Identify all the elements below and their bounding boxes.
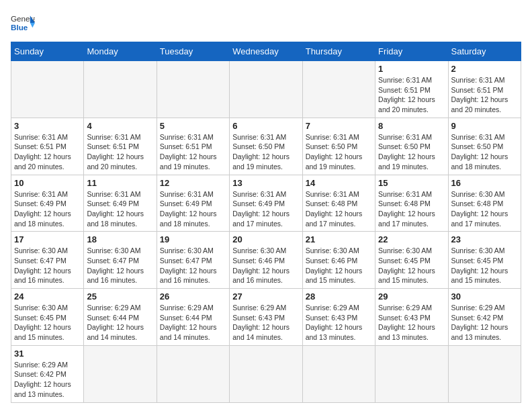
header: General Blue <box>11 11 521 35</box>
day-number: 22 <box>378 234 445 244</box>
day-info: Sunrise: 6:31 AM Sunset: 6:51 PM Dayligh… <box>378 75 445 115</box>
day-info: Sunrise: 6:30 AM Sunset: 6:46 PM Dayligh… <box>306 246 372 285</box>
day-info: Sunrise: 6:29 AM Sunset: 6:42 PM Dayligh… <box>14 360 81 400</box>
day-number: 7 <box>306 121 372 131</box>
day-info: Sunrise: 6:30 AM Sunset: 6:45 PM Dayligh… <box>14 303 81 342</box>
day-info: Sunrise: 6:31 AM Sunset: 6:51 PM Dayligh… <box>451 75 518 115</box>
day-info: Sunrise: 6:31 AM Sunset: 6:50 PM Dayligh… <box>306 132 372 172</box>
day-number: 6 <box>232 121 299 131</box>
weekday-header-monday: Monday <box>84 42 157 61</box>
calendar-cell: 29Sunrise: 6:29 AM Sunset: 6:43 PM Dayli… <box>375 289 448 346</box>
day-number: 11 <box>87 178 153 188</box>
day-info: Sunrise: 6:31 AM Sunset: 6:51 PM Dayligh… <box>14 132 81 172</box>
calendar-cell <box>448 345 521 402</box>
svg-text:Blue: Blue <box>11 23 28 32</box>
calendar-cell <box>302 345 375 402</box>
day-number: 2 <box>451 64 518 74</box>
calendar-cell: 10Sunrise: 6:31 AM Sunset: 6:49 PM Dayli… <box>11 175 84 232</box>
day-number: 29 <box>378 291 445 302</box>
weekday-header-row: SundayMondayTuesdayWednesdayThursdayFrid… <box>11 42 521 61</box>
calendar-cell <box>11 61 84 118</box>
calendar-cell: 1Sunrise: 6:31 AM Sunset: 6:51 PM Daylig… <box>375 61 448 118</box>
calendar-cell: 17Sunrise: 6:30 AM Sunset: 6:47 PM Dayli… <box>11 232 84 289</box>
calendar-cell <box>230 345 302 402</box>
svg-marker-3 <box>30 23 35 28</box>
calendar-cell: 25Sunrise: 6:29 AM Sunset: 6:44 PM Dayli… <box>84 289 157 346</box>
calendar-cell <box>157 61 229 118</box>
day-number: 12 <box>160 178 226 188</box>
calendar-cell <box>84 61 157 118</box>
calendar-cell: 15Sunrise: 6:31 AM Sunset: 6:48 PM Dayli… <box>375 175 448 232</box>
weekday-header-friday: Friday <box>375 42 448 61</box>
calendar-cell <box>375 345 448 402</box>
day-number: 19 <box>160 234 226 244</box>
day-info: Sunrise: 6:31 AM Sunset: 6:50 PM Dayligh… <box>451 132 518 172</box>
calendar-cell: 19Sunrise: 6:30 AM Sunset: 6:47 PM Dayli… <box>157 232 229 289</box>
day-number: 30 <box>451 291 518 302</box>
day-number: 31 <box>14 349 81 359</box>
day-number: 3 <box>14 121 81 131</box>
calendar-cell: 27Sunrise: 6:29 AM Sunset: 6:43 PM Dayli… <box>230 289 302 346</box>
day-info: Sunrise: 6:29 AM Sunset: 6:42 PM Dayligh… <box>451 303 518 342</box>
day-number: 20 <box>232 234 299 244</box>
calendar-cell: 16Sunrise: 6:30 AM Sunset: 6:48 PM Dayli… <box>448 175 521 232</box>
day-info: Sunrise: 6:31 AM Sunset: 6:51 PM Dayligh… <box>160 132 226 172</box>
day-number: 23 <box>451 234 518 244</box>
day-info: Sunrise: 6:30 AM Sunset: 6:47 PM Dayligh… <box>87 246 153 285</box>
day-info: Sunrise: 6:31 AM Sunset: 6:48 PM Dayligh… <box>306 189 372 229</box>
calendar-cell: 21Sunrise: 6:30 AM Sunset: 6:46 PM Dayli… <box>302 232 375 289</box>
calendar-cell <box>230 61 302 118</box>
day-number: 9 <box>451 121 518 131</box>
weekday-header-thursday: Thursday <box>302 42 375 61</box>
day-info: Sunrise: 6:29 AM Sunset: 6:44 PM Dayligh… <box>87 303 153 342</box>
day-number: 4 <box>87 121 153 131</box>
day-info: Sunrise: 6:30 AM Sunset: 6:46 PM Dayligh… <box>232 246 299 285</box>
calendar-cell: 11Sunrise: 6:31 AM Sunset: 6:49 PM Dayli… <box>84 175 157 232</box>
calendar-cell: 7Sunrise: 6:31 AM Sunset: 6:50 PM Daylig… <box>302 118 375 175</box>
day-number: 28 <box>306 291 372 302</box>
calendar-cell: 13Sunrise: 6:31 AM Sunset: 6:49 PM Dayli… <box>230 175 302 232</box>
logo: General Blue <box>11 11 35 35</box>
calendar-cell <box>84 345 157 402</box>
day-number: 8 <box>378 121 445 131</box>
day-number: 13 <box>232 178 299 188</box>
day-info: Sunrise: 6:30 AM Sunset: 6:48 PM Dayligh… <box>451 189 518 229</box>
day-number: 18 <box>87 234 153 244</box>
day-info: Sunrise: 6:31 AM Sunset: 6:48 PM Dayligh… <box>378 189 445 229</box>
calendar-cell: 3Sunrise: 6:31 AM Sunset: 6:51 PM Daylig… <box>11 118 84 175</box>
calendar-cell <box>157 345 229 402</box>
calendar-cell <box>302 61 375 118</box>
day-number: 14 <box>306 178 372 188</box>
day-info: Sunrise: 6:31 AM Sunset: 6:49 PM Dayligh… <box>14 189 81 229</box>
calendar-cell: 20Sunrise: 6:30 AM Sunset: 6:46 PM Dayli… <box>230 232 302 289</box>
weekday-header-saturday: Saturday <box>448 42 521 61</box>
calendar-cell: 23Sunrise: 6:30 AM Sunset: 6:45 PM Dayli… <box>448 232 521 289</box>
day-number: 24 <box>14 291 81 302</box>
day-number: 21 <box>306 234 372 244</box>
calendar-cell: 18Sunrise: 6:30 AM Sunset: 6:47 PM Dayli… <box>84 232 157 289</box>
day-number: 1 <box>378 64 445 74</box>
day-info: Sunrise: 6:31 AM Sunset: 6:49 PM Dayligh… <box>160 189 226 229</box>
week-row-3: 17Sunrise: 6:30 AM Sunset: 6:47 PM Dayli… <box>11 232 521 289</box>
day-info: Sunrise: 6:31 AM Sunset: 6:50 PM Dayligh… <box>378 132 445 172</box>
calendar-cell: 5Sunrise: 6:31 AM Sunset: 6:51 PM Daylig… <box>157 118 229 175</box>
day-number: 15 <box>378 178 445 188</box>
calendar-cell: 30Sunrise: 6:29 AM Sunset: 6:42 PM Dayli… <box>448 289 521 346</box>
week-row-5: 31Sunrise: 6:29 AM Sunset: 6:42 PM Dayli… <box>11 345 521 402</box>
week-row-4: 24Sunrise: 6:30 AM Sunset: 6:45 PM Dayli… <box>11 289 521 346</box>
day-info: Sunrise: 6:30 AM Sunset: 6:45 PM Dayligh… <box>451 246 518 285</box>
day-info: Sunrise: 6:31 AM Sunset: 6:49 PM Dayligh… <box>232 189 299 229</box>
calendar-cell: 31Sunrise: 6:29 AM Sunset: 6:42 PM Dayli… <box>11 345 84 402</box>
day-number: 10 <box>14 178 81 188</box>
calendar-cell: 28Sunrise: 6:29 AM Sunset: 6:43 PM Dayli… <box>302 289 375 346</box>
logo-icon: General Blue <box>11 11 35 35</box>
weekday-header-sunday: Sunday <box>11 42 84 61</box>
day-info: Sunrise: 6:30 AM Sunset: 6:47 PM Dayligh… <box>14 246 81 285</box>
calendar: SundayMondayTuesdayWednesdayThursdayFrid… <box>11 42 521 403</box>
calendar-cell: 26Sunrise: 6:29 AM Sunset: 6:44 PM Dayli… <box>157 289 229 346</box>
day-number: 17 <box>14 234 81 244</box>
calendar-cell: 22Sunrise: 6:30 AM Sunset: 6:45 PM Dayli… <box>375 232 448 289</box>
calendar-cell: 4Sunrise: 6:31 AM Sunset: 6:51 PM Daylig… <box>84 118 157 175</box>
day-number: 27 <box>232 291 299 302</box>
weekday-header-wednesday: Wednesday <box>230 42 302 61</box>
